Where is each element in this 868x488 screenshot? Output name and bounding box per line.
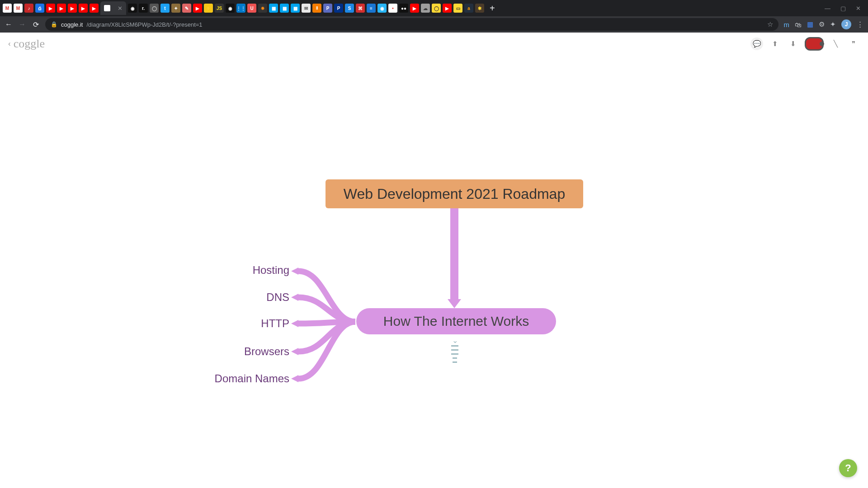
reload-button[interactable]: ⟳ [32, 20, 40, 29]
tab-favicon[interactable]: ●● [399, 4, 408, 13]
tab-favicon[interactable]: ◉ [226, 4, 235, 13]
tab-favicon[interactable]: ✎ [182, 4, 191, 13]
tab-favicon[interactable]: ◉ [128, 4, 137, 13]
chrome-menu-icon[interactable]: ⋮ [857, 20, 863, 28]
ext-icon-1[interactable]: m [784, 21, 790, 28]
tab-favicon[interactable]: ▶ [443, 4, 452, 13]
leaf-domain-names[interactable]: Domain Names [172, 372, 289, 385]
ext-icon-3[interactable]: ▦ [807, 20, 813, 28]
tab-favicon[interactable]: ▭ [453, 4, 462, 13]
tab-favicon[interactable]: • [388, 4, 397, 13]
tab-favicon[interactable]: S [345, 4, 354, 13]
tab-favicon[interactable]: ✦ [171, 4, 180, 13]
back-button[interactable]: ← [5, 20, 13, 28]
forward-button[interactable]: → [18, 20, 26, 28]
tab-favicon[interactable]: JS [215, 4, 224, 13]
tab-favicon[interactable]: ▦ [280, 4, 289, 13]
tab-favicon[interactable]: ✱ [475, 4, 484, 13]
tab-favicon[interactable]: M [3, 4, 12, 13]
tab-favicon[interactable]: ≡ [367, 4, 376, 13]
extensions-icon[interactable]: ✦ [830, 20, 836, 28]
maximize-icon[interactable]: ▢ [840, 5, 846, 12]
tab-favicon[interactable]: ⚡ [204, 4, 213, 13]
tab-favicon[interactable]: ▦ [291, 4, 300, 13]
ext-icon-2[interactable]: 🛍 [795, 21, 802, 28]
bookmark-star-icon[interactable]: ☆ [767, 20, 773, 28]
tab-favicon[interactable]: ✸ [258, 4, 267, 13]
tab-favicon[interactable]: U [247, 4, 256, 13]
tab-favicon[interactable]: ▶ [410, 4, 419, 13]
new-tab-button[interactable]: + [486, 3, 499, 14]
tab-favicon[interactable]: ◯ [150, 4, 159, 13]
leaf-browsers[interactable]: Browsers [208, 345, 289, 358]
tab-favicon[interactable]: ☁ [421, 4, 430, 13]
tab-favicon[interactable]: ▶ [79, 4, 88, 13]
tab-favicon[interactable]: P [323, 4, 332, 13]
tab-favicon[interactable]: ⫴ [312, 4, 321, 13]
page-content: ‹ coggle 💬 ⬆ ⬇ ╲ ❞ [0, 33, 868, 488]
profile-avatar[interactable]: J [841, 19, 851, 29]
help-button[interactable]: ? [839, 459, 857, 477]
close-window-icon[interactable]: ✕ [856, 5, 861, 12]
address-bar[interactable]: 🔒 coggle.it/diagram/X8LlcSM6PWp-Jd2B/t/-… [45, 18, 778, 31]
active-tab[interactable]: ✕ [100, 1, 126, 15]
leaf-dns[interactable]: DNS [217, 291, 289, 304]
url-host: coggle.it [61, 21, 83, 28]
root-node[interactable]: Web Development 2021 Roadmap [326, 179, 583, 208]
tab-favicon[interactable]: r. [139, 4, 148, 13]
tab-favicon[interactable]: ⋮⋮ [236, 4, 245, 13]
url-path: /diagram/X8LlcSM6PWp-Jd2B/t/-?present=1 [86, 21, 202, 28]
leaf-hosting[interactable]: Hosting [217, 264, 289, 277]
tab-favicon[interactable]: ▶ [46, 4, 55, 13]
minimize-icon[interactable]: — [825, 5, 830, 12]
tab-favicon[interactable]: ▶ [90, 4, 99, 13]
tab-favicon[interactable]: ⎙ [35, 4, 44, 13]
tab-favicon[interactable]: ✉ [302, 4, 311, 13]
tab-favicon[interactable]: ◯ [432, 4, 441, 13]
browser-toolbar: ← → ⟳ 🔒 coggle.it/diagram/X8LlcSM6PWp-Jd… [0, 16, 868, 33]
tab-favicon[interactable]: ▦ [269, 4, 278, 13]
tab-favicon[interactable]: a [464, 4, 473, 13]
tab-favicon[interactable]: ▶ [193, 4, 202, 13]
lock-icon: 🔒 [51, 21, 57, 28]
tab-favicon[interactable]: ▶ [57, 4, 66, 13]
tab-favicon[interactable]: M [14, 4, 23, 13]
tab-favicon[interactable]: ♪ [24, 4, 33, 13]
toolbar-right-icons: m 🛍 ▦ ⚙ ✦ J ⋮ [784, 19, 864, 29]
mindmap-canvas[interactable]: Web Development 2021 Roadmap How The Int… [0, 33, 868, 488]
browser-tabstrip: MM♪⎙▶▶▶▶▶✕◉r.◯t✦✎▶⚡JS◉⋮⋮U✸▦▦▦✉⫴PPS⌘≡◉•●●… [0, 0, 868, 16]
tab-favicon[interactable]: ⌘ [356, 4, 365, 13]
child-node[interactable]: How The Internet Works [356, 308, 556, 334]
tab-favicon[interactable]: P [334, 4, 343, 13]
tab-favicon[interactable]: t [160, 4, 170, 13]
future-connector: ⌄ [451, 339, 458, 363]
window-controls: —▢✕ [825, 5, 865, 12]
leaf-http[interactable]: HTTP [217, 317, 289, 330]
connections-svg [0, 33, 868, 488]
tab-favicon[interactable]: ▶ [68, 4, 77, 13]
tab-favicon[interactable]: ◉ [377, 4, 387, 13]
ext-icon-settings[interactable]: ⚙ [819, 20, 825, 28]
close-tab-icon[interactable]: ✕ [118, 5, 123, 12]
